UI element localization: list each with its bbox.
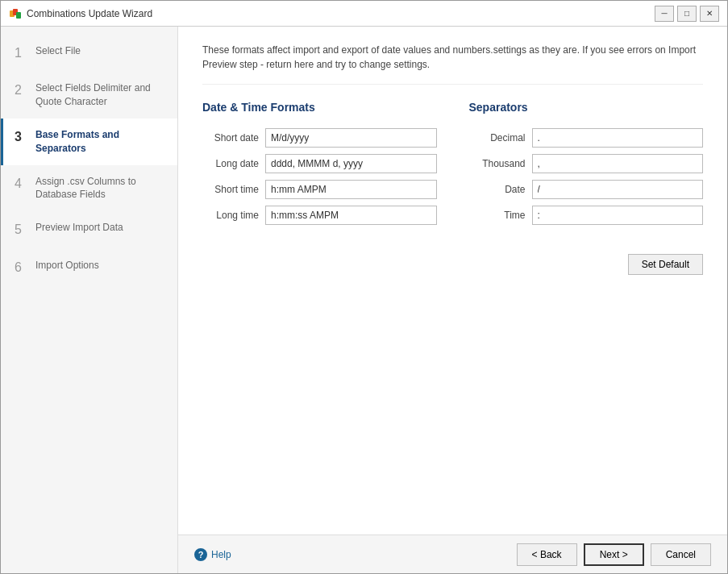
step-number-1: 1 [15, 44, 27, 62]
decimal-label: Decimal [469, 132, 526, 144]
sidebar-step-3[interactable]: 3Base Formats and Separators [1, 119, 177, 165]
title-bar-controls: ─ □ ✕ [655, 6, 719, 22]
step-number-2: 2 [15, 81, 27, 99]
datetime-section-title: Date & Time Formats [202, 101, 437, 117]
short-time-input[interactable] [265, 180, 437, 199]
long-date-row: Long date [202, 154, 437, 173]
thousand-label: Thousand [469, 158, 526, 169]
app-icon [9, 7, 22, 20]
step-label-4: Assign .csv Columns to Database Fields [35, 175, 166, 202]
content-area: These formats affect import and export o… [178, 27, 727, 534]
date-sep-row: Date [469, 180, 704, 199]
next-button[interactable]: Next > [584, 543, 644, 566]
long-time-label: Long time [202, 210, 259, 221]
long-date-label: Long date [202, 158, 259, 169]
step-label-5: Preview Import Data [35, 221, 123, 235]
thousand-input[interactable] [532, 154, 704, 173]
long-date-input[interactable] [265, 154, 437, 173]
long-time-input[interactable] [265, 206, 437, 225]
sidebar-step-5[interactable]: 5Preview Import Data [1, 211, 177, 248]
time-sep-row: Time [469, 206, 704, 225]
two-column-layout: Date & Time Formats Short date Long date… [202, 101, 703, 275]
title-bar-left: Combinations Update Wizard [9, 7, 152, 20]
maximize-button[interactable]: □ [677, 6, 697, 22]
step-label-3: Base Formats and Separators [35, 128, 166, 156]
long-time-row: Long time [202, 206, 437, 225]
short-date-label: Short date [202, 132, 259, 144]
step-number-3: 3 [15, 128, 27, 146]
footer-buttons: < Back Next > Cancel [517, 543, 711, 566]
separators-column: Separators Decimal Thousand Date [469, 101, 704, 275]
step-number-4: 4 [15, 175, 27, 193]
time-sep-label: Time [469, 210, 526, 221]
date-sep-label: Date [469, 184, 526, 195]
minimize-button[interactable]: ─ [655, 6, 674, 22]
description-text: These formats affect import and export o… [202, 43, 703, 85]
step-number-5: 5 [15, 221, 27, 239]
window-title: Combinations Update Wizard [27, 8, 152, 19]
step-label-6: Import Options [35, 259, 99, 272]
short-time-label: Short time [202, 184, 259, 195]
cancel-button[interactable]: Cancel [651, 543, 711, 566]
main-content: These formats affect import and export o… [178, 27, 727, 573]
decimal-row: Decimal [469, 128, 704, 148]
sidebar-step-6[interactable]: 6Import Options [1, 249, 177, 286]
sidebar: 1Select File2Select Fields Delimiter and… [1, 27, 178, 573]
help-label: Help [211, 549, 231, 560]
sidebar-step-2[interactable]: 2Select Fields Delimiter and Quote Chara… [1, 72, 177, 119]
thousand-row: Thousand [469, 154, 704, 173]
step-number-6: 6 [15, 259, 27, 277]
sidebar-step-4[interactable]: 4Assign .csv Columns to Database Fields [1, 165, 177, 212]
close-button[interactable]: ✕ [700, 6, 719, 22]
step-label-1: Select File [35, 44, 81, 58]
time-sep-input[interactable] [532, 206, 704, 225]
short-time-row: Short time [202, 180, 437, 199]
sidebar-step-1[interactable]: 1Select File [1, 35, 177, 72]
window-body: 1Select File2Select Fields Delimiter and… [1, 27, 727, 573]
short-date-input[interactable] [265, 128, 437, 148]
set-default-button[interactable]: Set Default [628, 254, 703, 275]
footer: ? Help < Back Next > Cancel [178, 534, 727, 573]
date-sep-input[interactable] [532, 180, 704, 199]
separators-section-title: Separators [469, 101, 704, 117]
help-icon: ? [194, 548, 207, 561]
datetime-column: Date & Time Formats Short date Long date… [202, 101, 437, 275]
back-button[interactable]: < Back [517, 543, 577, 566]
main-window: Combinations Update Wizard ─ □ ✕ 1Select… [0, 0, 728, 574]
title-bar: Combinations Update Wizard ─ □ ✕ [1, 1, 727, 27]
short-date-row: Short date [202, 128, 437, 148]
step-label-2: Select Fields Delimiter and Quote Charac… [35, 81, 166, 109]
help-link[interactable]: ? Help [194, 548, 231, 561]
svg-rect-2 [16, 12, 21, 19]
decimal-input[interactable] [532, 128, 704, 148]
